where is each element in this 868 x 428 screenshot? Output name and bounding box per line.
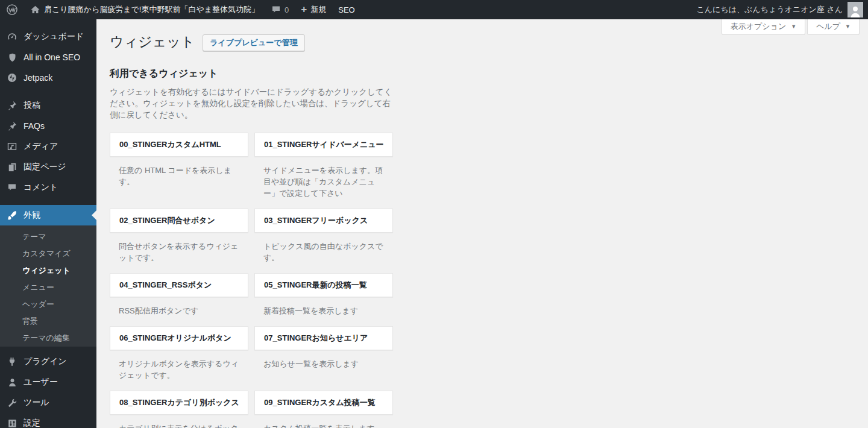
sidebar-item-users[interactable]: ユーザー bbox=[0, 372, 96, 392]
screen-meta-links: 表示オプション ▼ ヘルプ ▼ bbox=[722, 19, 860, 35]
submenu-item-widgets[interactable]: ウィジェット bbox=[0, 262, 96, 279]
paintbrush-icon bbox=[6, 209, 18, 221]
sidebar-item-label: 設定 bbox=[24, 418, 40, 428]
plus-icon: + bbox=[301, 4, 307, 14]
admin-bar: 肩こり腰痛から脳疲労まで!東中野駅前「白やま整体気功院」 0 + 新規 SEO … bbox=[0, 0, 868, 19]
sidebar-item-label: All in One SEO bbox=[24, 52, 80, 62]
submenu-item-themes[interactable]: テーマ bbox=[0, 228, 96, 245]
admin-bar-right: こんにちは、ぶんちょうオニオン座 さん bbox=[697, 0, 868, 19]
sidebar-item-posts[interactable]: 投稿 bbox=[0, 95, 96, 116]
widget-description: カテゴリ別に表示を分けるボックスです。※コンテンツ内 bbox=[119, 423, 244, 428]
widget-title: 08_STINGERカテゴリ別ボックス bbox=[119, 397, 239, 408]
widget-title: 01_STINGERサイドバーメニュー bbox=[264, 139, 384, 150]
user-greeting[interactable]: こんにちは、ぶんちょうオニオン座 さん bbox=[697, 4, 843, 15]
adminbar-seo-button[interactable]: SEO bbox=[332, 0, 360, 19]
widget-cell: 08_STINGERカテゴリ別ボックス カテゴリ別に表示を分けるボックスです。※… bbox=[110, 391, 248, 428]
adminbar-comments[interactable]: 0 bbox=[265, 0, 295, 19]
widget-cell: 05_STINGER最新の投稿一覧 新着投稿一覧を表示します bbox=[254, 273, 393, 316]
sidebar-item-appearance[interactable]: 外観 bbox=[0, 205, 96, 225]
widget-title: 05_STINGER最新の投稿一覧 bbox=[264, 280, 367, 291]
sidebar-item-jetpack[interactable]: Jetpack bbox=[0, 68, 96, 88]
widget-title: 07_STINGERお知らせエリア bbox=[264, 333, 368, 344]
adminbar-new-button[interactable]: + 新規 bbox=[295, 0, 332, 19]
wordpress-logo-icon[interactable] bbox=[0, 0, 24, 19]
widget-card[interactable]: 01_STINGERサイドバーメニュー bbox=[254, 133, 393, 157]
widget-cell: 04_STINGER_RSSボタン RSS配信用ボタンです bbox=[110, 273, 248, 316]
submenu-item-header[interactable]: ヘッダー bbox=[0, 296, 96, 313]
widget-title: 03_STINGERフリーボックス bbox=[264, 215, 368, 226]
screen-options-label: 表示オプション bbox=[731, 21, 787, 32]
available-widgets-description: ウィジェットを有効化するにはサイドバーにドラッグするかクリックしてください。ウィ… bbox=[110, 86, 393, 121]
widget-title: 04_STINGER_RSSボタン bbox=[119, 280, 212, 291]
widget-description: サイドメニューを表示します。項目や並び順は「カスタムメニュー」で設定して下さい bbox=[263, 165, 388, 199]
new-label: 新規 bbox=[310, 4, 326, 15]
jetpack-icon bbox=[6, 72, 18, 84]
pages-icon bbox=[6, 161, 18, 173]
available-widgets-title: 利用できるウィジェット bbox=[110, 68, 868, 80]
available-widgets-grid: 00_STINGERカスタムHTML 任意の HTML コードを表示します。 0… bbox=[110, 133, 868, 428]
avatar[interactable] bbox=[848, 2, 863, 17]
comment-icon bbox=[6, 181, 18, 194]
help-button[interactable]: ヘルプ ▼ bbox=[807, 19, 860, 35]
dashboard-icon bbox=[6, 31, 18, 43]
sidebar-item-tools[interactable]: ツール bbox=[0, 392, 96, 413]
widget-description: オリジナルボタンを表示するウィジェットです。 bbox=[119, 358, 244, 381]
page-title: ウィジェット bbox=[110, 33, 195, 51]
menu-separator bbox=[0, 88, 96, 95]
widget-description: お知らせ一覧を表示します bbox=[263, 358, 388, 370]
sidebar-item-label: メディア bbox=[24, 141, 58, 152]
submenu-item-customize[interactable]: カスタマイズ bbox=[0, 245, 96, 262]
widget-card[interactable]: 08_STINGERカテゴリ別ボックス bbox=[110, 391, 248, 415]
admin-side-menu: ダッシュボード All in One SEO Jetpack 投稿 bbox=[0, 19, 96, 428]
submenu-item-menus[interactable]: メニュー bbox=[0, 279, 96, 296]
plugin-icon bbox=[6, 356, 18, 368]
sidebar-item-label: コメント bbox=[24, 182, 58, 193]
comments-icon bbox=[271, 5, 281, 14]
sidebar-item-all-in-one-seo[interactable]: All in One SEO bbox=[0, 47, 96, 68]
submenu-item-editor[interactable]: テーマの編集 bbox=[0, 330, 96, 347]
admin-bar-left: 肩こり腰痛から脳疲労まで!東中野駅前「白やま整体気功院」 0 + 新規 SEO bbox=[0, 0, 361, 19]
sidebar-item-media[interactable]: メディア bbox=[0, 136, 96, 157]
widget-card[interactable]: 02_STINGER問合せボタン bbox=[110, 209, 248, 233]
widget-cell: 07_STINGERお知らせエリア お知らせ一覧を表示します bbox=[254, 326, 393, 370]
widget-title: 00_STINGERカスタムHTML bbox=[119, 139, 221, 150]
sidebar-item-dashboard[interactable]: ダッシュボード bbox=[0, 27, 96, 47]
menu-separator bbox=[0, 198, 96, 205]
media-icon bbox=[6, 140, 18, 153]
sidebar-item-plugins[interactable]: プラグイン bbox=[0, 351, 96, 372]
sidebar-item-label: 固定ページ bbox=[24, 162, 66, 172]
manage-live-preview-button[interactable]: ライブプレビューで管理 bbox=[203, 34, 304, 51]
widget-description: トピックス風の自由なボックスです。 bbox=[263, 241, 388, 263]
widget-card[interactable]: 04_STINGER_RSSボタン bbox=[110, 273, 248, 297]
sidebar-item-faqs[interactable]: FAQs bbox=[0, 116, 96, 136]
sidebar-item-pages[interactable]: 固定ページ bbox=[0, 157, 96, 177]
sidebar-item-comments[interactable]: コメント bbox=[0, 177, 96, 198]
widget-card[interactable]: 09_STINGERカスタム投稿一覧 bbox=[254, 391, 393, 415]
page-header: ウィジェット ライブプレビューで管理 bbox=[110, 33, 868, 51]
widget-cell: 03_STINGERフリーボックス トピックス風の自由なボックスです。 bbox=[254, 209, 393, 263]
widget-card[interactable]: 06_STINGERオリジナルボタン bbox=[110, 326, 248, 350]
sidebar-item-settings[interactable]: 設定 bbox=[0, 413, 96, 428]
widget-cell: 02_STINGER問合せボタン 問合せボタンを表示するウィジェットです。 bbox=[110, 209, 248, 263]
widget-title: 02_STINGER問合せボタン bbox=[119, 215, 215, 226]
wrench-icon bbox=[6, 397, 18, 409]
widget-card[interactable]: 03_STINGERフリーボックス bbox=[254, 209, 393, 233]
sidebar-item-label: ユーザー bbox=[24, 377, 58, 388]
chevron-down-icon: ▼ bbox=[845, 24, 851, 30]
sidebar-item-label: 外観 bbox=[24, 210, 40, 221]
widget-card[interactable]: 05_STINGER最新の投稿一覧 bbox=[254, 273, 393, 297]
admin-content-area: 表示オプション ▼ ヘルプ ▼ ウィジェット ライブプレビューで管理 利用できる… bbox=[96, 19, 868, 428]
settings-icon bbox=[6, 417, 18, 428]
site-name-link[interactable]: 肩こり腰痛から脳疲労まで!東中野駅前「白やま整体気功院」 bbox=[24, 0, 265, 19]
screen-options-button[interactable]: 表示オプション ▼ bbox=[722, 19, 805, 35]
sidebar-item-label: プラグイン bbox=[24, 356, 67, 367]
shield-icon bbox=[6, 51, 18, 63]
sidebar-item-label: ツール bbox=[24, 397, 49, 408]
sidebar-item-label: FAQs bbox=[24, 121, 45, 131]
submenu-item-background[interactable]: 背景 bbox=[0, 313, 96, 330]
widget-card[interactable]: 07_STINGERお知らせエリア bbox=[254, 326, 393, 350]
widget-card[interactable]: 00_STINGERカスタムHTML bbox=[110, 133, 248, 157]
sidebar-item-label: Jetpack bbox=[24, 73, 52, 83]
widget-title: 09_STINGERカスタム投稿一覧 bbox=[264, 397, 376, 408]
widget-cell: 00_STINGERカスタムHTML 任意の HTML コードを表示します。 bbox=[110, 133, 248, 187]
